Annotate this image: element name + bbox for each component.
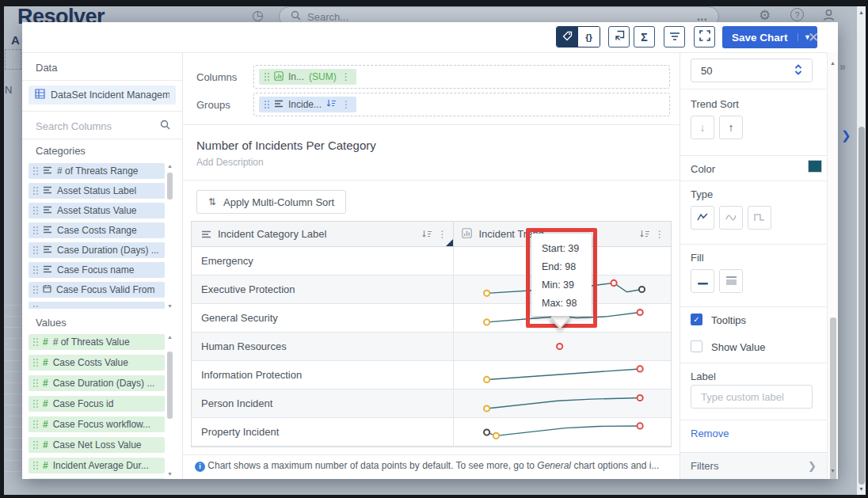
drag-handle-icon[interactable] xyxy=(33,400,38,409)
kebab-menu-icon[interactable]: ⋮ xyxy=(341,100,351,109)
drag-handle-icon[interactable] xyxy=(33,420,38,429)
drag-handle-icon[interactable] xyxy=(33,462,38,470)
user-profile-icon[interactable] xyxy=(822,8,836,24)
show-value-checkbox[interactable] xyxy=(691,340,702,352)
browser-scrollbar-thumb[interactable] xyxy=(858,127,865,485)
panel-scrollbar[interactable]: ▲ ▼ xyxy=(827,52,838,479)
columns-pill[interactable]: In... (SUM) ⋮ xyxy=(259,69,356,85)
color-swatch[interactable] xyxy=(808,160,822,173)
max-points-input[interactable]: 50 xyxy=(691,59,813,82)
help-icon[interactable]: ? xyxy=(790,8,804,21)
drag-handle-icon[interactable] xyxy=(265,73,269,82)
fullscreen-button[interactable] xyxy=(694,26,715,48)
drag-handle-icon[interactable] xyxy=(33,338,38,347)
drag-handle-icon[interactable] xyxy=(33,286,38,295)
sparkline-cell[interactable] xyxy=(454,418,671,446)
sort-icon[interactable] xyxy=(421,227,432,241)
tooltips-checkbox[interactable]: ✓ xyxy=(691,314,702,325)
settings-gear-icon[interactable]: ⚙ xyxy=(759,9,771,22)
value-item[interactable]: #Case Duration (Days) ... xyxy=(29,375,165,391)
groups-dropzone[interactable]: Incide... ⋮ xyxy=(253,93,670,116)
kebab-menu-icon[interactable]: ⋮ xyxy=(655,230,664,239)
number-stepper-icon[interactable] xyxy=(794,63,802,78)
info-icon: i xyxy=(195,462,205,472)
category-item[interactable]: Case Costs Range xyxy=(29,222,165,238)
table-row[interactable]: General Security xyxy=(192,304,671,333)
chart-description-placeholder[interactable]: Add Description xyxy=(196,157,264,168)
braces-mode-button[interactable]: {} xyxy=(578,27,600,47)
collapse-panel-icon[interactable]: » xyxy=(839,60,844,73)
value-item[interactable]: #Incident Average Dur... xyxy=(29,458,165,473)
category-item[interactable]: Case Focus name xyxy=(29,262,165,278)
filter-button[interactable] xyxy=(664,26,685,48)
value-item[interactable]: #Case Focus id xyxy=(29,396,165,412)
drag-handle-icon[interactable] xyxy=(33,246,38,255)
chart-title[interactable]: Number of Incidents Per Category xyxy=(196,139,376,152)
table-row[interactable]: Property Incident xyxy=(192,418,671,447)
table-row[interactable]: Person Incident xyxy=(192,390,671,418)
tooltip-end: End: 98 xyxy=(542,258,592,276)
column-header-category[interactable]: Incident Category Label ⋮ xyxy=(192,222,454,246)
category-item[interactable]: Case Focus Valid From xyxy=(29,282,165,298)
categories-scrollbar[interactable]: ▲ ▼ xyxy=(166,163,173,309)
table-row[interactable]: Emergency xyxy=(192,247,671,276)
sparkline-cell[interactable] xyxy=(454,333,671,360)
partial-item[interactable] xyxy=(29,478,165,479)
save-chart-button[interactable]: Save Chart ▼ xyxy=(722,26,817,48)
fill-area-button[interactable] xyxy=(719,269,743,293)
tag-mode-button[interactable] xyxy=(557,27,578,47)
drag-handle-icon[interactable] xyxy=(33,441,38,450)
trend-sort-desc-button[interactable]: ↓ xyxy=(691,116,714,139)
partial-item[interactable] xyxy=(29,302,165,309)
values-scrollbar[interactable]: ▲ ▼ xyxy=(166,334,173,477)
table-row[interactable]: Human Resources xyxy=(192,333,671,361)
sigma-button[interactable]: Σ xyxy=(634,26,655,48)
value-item[interactable]: #Case Costs Value xyxy=(29,355,165,371)
type-linear-button[interactable] xyxy=(691,206,714,230)
search-columns-input[interactable]: Search Columns xyxy=(36,119,170,133)
apply-multi-column-sort-button[interactable]: ⇅ Apply Multi-Column Sort xyxy=(196,190,346,214)
resize-corner-icon[interactable] xyxy=(446,239,453,246)
drag-handle-icon[interactable] xyxy=(33,187,38,196)
kebab-menu-icon[interactable]: ⋮ xyxy=(437,230,447,239)
columns-dropzone[interactable]: In... (SUM) ⋮ xyxy=(253,65,670,89)
table-row[interactable]: Executive Protection xyxy=(192,276,671,304)
drag-handle-icon[interactable] xyxy=(33,379,38,388)
scroll-up-arrow[interactable]: ▲ xyxy=(857,10,866,15)
expand-arrow-icon[interactable]: ❯ xyxy=(841,128,851,143)
drag-handle-icon[interactable] xyxy=(33,207,38,215)
table-row[interactable]: Information Protection xyxy=(192,361,671,390)
type-smooth-button[interactable] xyxy=(719,206,743,230)
drag-handle-icon[interactable] xyxy=(265,101,269,109)
sort-asc-icon[interactable] xyxy=(326,99,337,110)
category-item[interactable]: Asset Status Label xyxy=(29,183,165,199)
fill-none-button[interactable] xyxy=(691,269,714,293)
scroll-down-arrow[interactable]: ▼ xyxy=(857,486,866,492)
filters-section[interactable]: Filters ❯ xyxy=(680,452,827,479)
dataset-item[interactable]: DataSet Incident Managem... xyxy=(29,86,176,105)
category-item[interactable]: Asset Status Value xyxy=(29,203,165,219)
drag-handle-icon[interactable] xyxy=(33,359,38,367)
value-item[interactable]: #Case Net Loss Value xyxy=(29,437,165,453)
value-item[interactable]: ## of Threats Value xyxy=(29,334,165,350)
drag-handle-icon[interactable] xyxy=(33,167,38,176)
type-step-button[interactable] xyxy=(748,206,771,230)
drag-handle-icon[interactable] xyxy=(33,226,38,235)
kebab-menu-icon[interactable]: ⋮ xyxy=(341,72,351,82)
insert-variable-button[interactable] xyxy=(608,26,630,48)
remove-link[interactable]: Remove xyxy=(691,428,729,439)
value-item[interactable]: #Case Focus workflow... xyxy=(29,416,165,432)
browser-scrollbar[interactable]: ▲ ▼ xyxy=(857,6,866,495)
sparkline-cell[interactable] xyxy=(454,361,671,389)
drag-handle-icon[interactable] xyxy=(33,266,38,275)
clock-icon[interactable]: ◷ xyxy=(252,9,264,22)
groups-pill[interactable]: Incide... ⋮ xyxy=(259,97,356,112)
category-item[interactable]: # of Threats Range xyxy=(29,163,165,179)
custom-label-input[interactable]: Type custom label xyxy=(691,385,813,409)
category-item[interactable]: Case Duration (Days) ... xyxy=(29,242,165,258)
sort-icon[interactable] xyxy=(639,227,650,241)
trend-sort-asc-button[interactable]: ↑ xyxy=(719,116,743,139)
close-icon[interactable]: ✕ xyxy=(808,29,819,46)
text-lines-icon xyxy=(43,185,52,196)
sparkline-cell[interactable] xyxy=(454,390,671,417)
